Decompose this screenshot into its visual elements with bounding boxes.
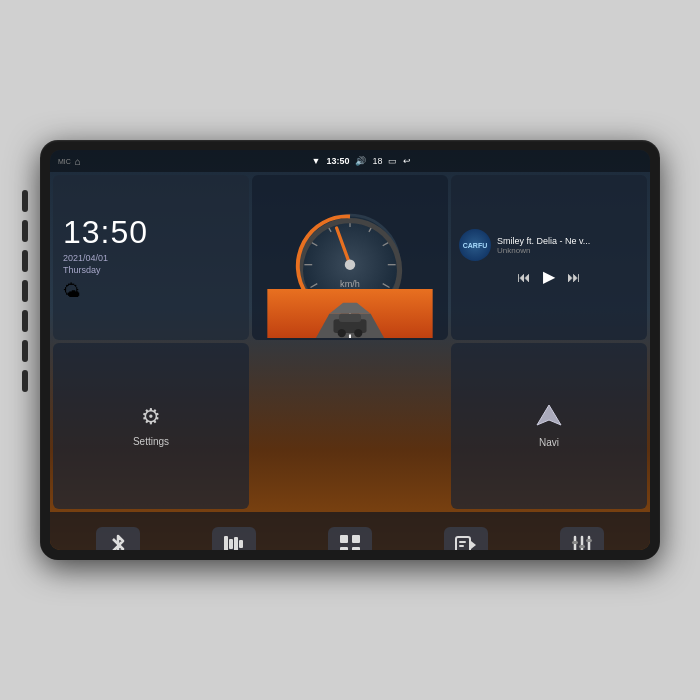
svg-rect-30 [456, 537, 470, 550]
side-btn-back[interactable] [22, 310, 28, 332]
svg-marker-31 [471, 541, 476, 549]
radio-icon [223, 535, 245, 550]
svg-rect-23 [229, 539, 233, 549]
weather-icon: 🌤 [63, 281, 81, 302]
svg-rect-32 [459, 541, 466, 543]
music-info: Smiley ft. Delia - Ne v... Unknown [497, 236, 639, 255]
volume-icon: 🔊 [355, 156, 366, 166]
bluetooth-icon-box [96, 527, 140, 550]
clock-weather: 🌤 [63, 281, 81, 302]
svg-point-11 [345, 259, 355, 269]
clock-time: 13:50 [63, 214, 148, 251]
side-btn-vol-up[interactable] [22, 340, 28, 362]
video-icon-box [444, 527, 488, 550]
video-app[interactable]: Video Player [408, 527, 524, 550]
side-btn-power[interactable] [22, 250, 28, 272]
bluetooth-app[interactable]: Bluetooth [60, 527, 176, 550]
svg-text:km/h: km/h [340, 278, 360, 288]
status-bar: MIC ⌂ ▼ 13:50 🔊 18 ▭ ↩ [50, 150, 650, 172]
status-left: MIC ⌂ [58, 156, 81, 167]
side-btn-mic [22, 190, 28, 212]
svg-rect-38 [579, 545, 585, 548]
play-button[interactable]: ▶ [543, 267, 555, 286]
svg-rect-39 [586, 539, 592, 542]
svg-point-19 [338, 329, 346, 337]
clock-date: 2021/04/01 [63, 253, 108, 263]
svg-marker-21 [537, 405, 561, 425]
svg-rect-27 [352, 535, 360, 543]
svg-rect-28 [340, 547, 348, 550]
apps-icon-box [328, 527, 372, 550]
svg-rect-24 [234, 537, 238, 550]
prev-button[interactable]: ⏮ [517, 269, 531, 285]
speedo-container: km/h [258, 181, 442, 334]
radio-icon-box [212, 527, 256, 550]
volume-value: 18 [372, 156, 382, 166]
screen-icon: ▭ [388, 156, 397, 166]
music-controls[interactable]: ⏮ ▶ ⏭ [459, 267, 639, 286]
apps-icon [339, 534, 361, 550]
wifi-icon: ▼ [311, 156, 320, 166]
svg-rect-37 [572, 541, 578, 544]
next-button[interactable]: ⏭ [567, 269, 581, 285]
settings-icon: ⚙ [141, 404, 161, 430]
clock-day: Thursday [63, 265, 101, 275]
settings-widget[interactable]: ⚙ Settings [53, 343, 249, 508]
svg-rect-33 [459, 545, 464, 547]
navi-widget[interactable]: Navi [451, 343, 647, 508]
svg-point-20 [354, 329, 362, 337]
side-buttons [22, 190, 28, 392]
music-logo: CARFU [459, 229, 491, 261]
side-btn-home[interactable] [22, 280, 28, 302]
speedometer-widget: km/h [252, 175, 448, 340]
bluetooth-icon [108, 534, 128, 550]
svg-rect-29 [352, 547, 360, 550]
navi-label: Navi [539, 437, 559, 448]
svg-rect-18 [339, 314, 361, 322]
radio-app[interactable]: Radio [176, 527, 292, 550]
music-title: Smiley ft. Delia - Ne v... [497, 236, 639, 246]
video-icon [455, 536, 477, 550]
clock-widget: 13:50 2021/04/01 Thursday 🌤 [53, 175, 249, 340]
road-scene [252, 289, 448, 339]
back-icon[interactable]: ↩ [403, 156, 411, 166]
mic-label: MIC [58, 158, 71, 165]
svg-rect-25 [239, 540, 243, 548]
music-artist: Unknown [497, 246, 639, 255]
car-unit: MIC ⌂ ▼ 13:50 🔊 18 ▭ ↩ 13:50 2021/04/01 … [40, 140, 660, 560]
home-icon[interactable]: ⌂ [75, 156, 81, 167]
svg-rect-26 [340, 535, 348, 543]
music-widget: CARFU Smiley ft. Delia - Ne v... Unknown… [451, 175, 647, 340]
status-time: 13:50 [326, 156, 349, 166]
side-btn-rst [22, 220, 28, 242]
equalizer-app[interactable]: Equalizer [524, 527, 640, 550]
app-bar: Bluetooth Radio [50, 512, 650, 550]
settings-label: Settings [133, 436, 169, 447]
svg-rect-22 [224, 536, 228, 550]
side-btn-vol-down[interactable] [22, 370, 28, 392]
main-grid: 13:50 2021/04/01 Thursday 🌤 [50, 172, 650, 512]
logo-text: CARFU [463, 242, 488, 249]
music-top: CARFU Smiley ft. Delia - Ne v... Unknown [459, 229, 639, 261]
apps-app[interactable]: Apps [292, 527, 408, 550]
empty-cell [252, 343, 448, 508]
status-center: ▼ 13:50 🔊 18 ▭ ↩ [311, 156, 411, 166]
equalizer-icon [571, 535, 593, 550]
equalizer-icon-box [560, 527, 604, 550]
main-screen: MIC ⌂ ▼ 13:50 🔊 18 ▭ ↩ 13:50 2021/04/01 … [50, 150, 650, 550]
navi-icon [535, 403, 563, 431]
